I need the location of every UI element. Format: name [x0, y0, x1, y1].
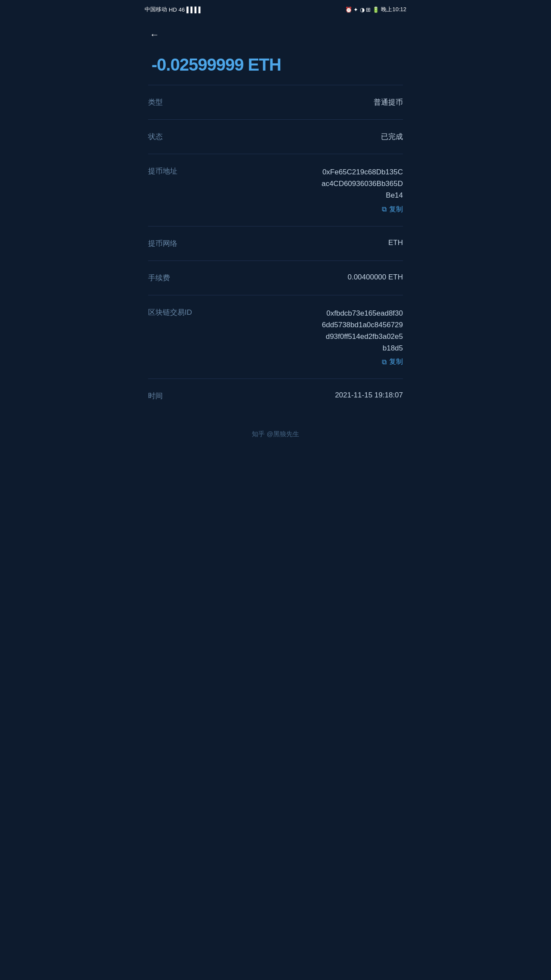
address-label: 提币地址 — [148, 166, 191, 176]
txid-value-container: 0xfbdcb73e165ead8f306dd5738bd1a0c8456729… — [199, 307, 403, 367]
address-text: 0xFe65C219c68Db135Cac4CD60936036Bb365DBe… — [198, 166, 403, 202]
txid-copy-label: 复制 — [389, 357, 403, 366]
address-copy-button[interactable]: ⧉ 复制 — [198, 205, 403, 214]
address-row: 提币地址 0xFe65C219c68Db135Cac4CD60936036Bb3… — [148, 154, 403, 226]
carrier-label: 中国移动 — [145, 6, 167, 13]
hd-badge: HD — [169, 6, 177, 13]
network-row: 提币网络 ETH — [148, 226, 403, 261]
info-section: 类型 普通提币 状态 已完成 提币地址 0xFe65C219c68Db135Ca… — [138, 85, 413, 413]
txid-row: 区块链交易ID 0xfbdcb73e165ead8f306dd5738bd1a0… — [148, 295, 403, 379]
status-bar: 中国移动 HD 46 ▌▌▌▌ ⏰ ✦ ◑ ⊞ 🔋 晚上10:12 — [138, 0, 413, 19]
amount-section: -0.02599999 ETH — [138, 47, 413, 85]
type-row: 类型 普通提币 — [148, 85, 403, 120]
address-copy-label: 复制 — [389, 205, 403, 214]
address-value-container: 0xFe65C219c68Db135Cac4CD60936036Bb365DBe… — [198, 166, 403, 214]
txid-text: 0xfbdcb73e165ead8f306dd5738bd1a0c8456729… — [199, 307, 403, 354]
time-value: 2021-11-15 19:18:07 — [198, 391, 403, 400]
status-label: 状态 — [148, 132, 191, 142]
status-value: 已完成 — [198, 132, 403, 142]
status-bar-left: 中国移动 HD 46 ▌▌▌▌ — [145, 6, 202, 13]
time-label: 时间 — [148, 391, 191, 401]
network-value: ETH — [198, 239, 403, 247]
battery-icon: 🔋 — [372, 6, 379, 13]
status-row: 状态 已完成 — [148, 120, 403, 154]
type-label: 类型 — [148, 97, 191, 107]
header: ← — [138, 19, 413, 47]
txid-copy-icon: ⧉ — [382, 358, 387, 366]
network-type: 46 — [179, 6, 185, 13]
back-button[interactable]: ← — [148, 28, 161, 42]
watermark-text: 知乎 @黑狼先生 — [252, 430, 299, 437]
fee-label: 手续费 — [148, 273, 191, 283]
network-label: 提币网络 — [148, 239, 191, 248]
amount-value: -0.02599999 ETH — [152, 55, 399, 74]
copy-icon: ⧉ — [382, 205, 387, 213]
status-bar-right: ⏰ ✦ ◑ ⊞ 🔋 晚上10:12 — [345, 6, 406, 13]
watermark: 知乎 @黑狼先生 — [138, 413, 413, 447]
time-label: 晚上10:12 — [381, 6, 406, 13]
fee-value: 0.00400000 ETH — [198, 273, 403, 282]
signal-icon: ▌▌▌▌ — [186, 6, 202, 13]
icons-area: ⏰ ✦ ◑ ⊞ — [345, 6, 371, 13]
txid-copy-button[interactable]: ⧉ 复制 — [199, 357, 403, 366]
fee-row: 手续费 0.00400000 ETH — [148, 261, 403, 295]
time-row: 时间 2021-11-15 19:18:07 — [148, 379, 403, 413]
type-value: 普通提币 — [198, 97, 403, 107]
txid-label: 区块链交易ID — [148, 307, 192, 317]
